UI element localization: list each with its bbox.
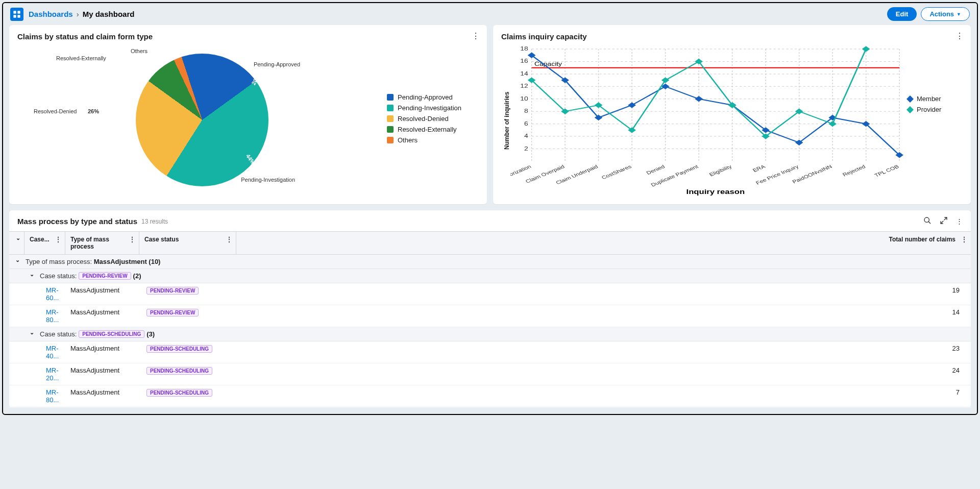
table-body[interactable]: Type of mass process: MassAdjustment (10… [9,255,971,408]
status-badge: PENDING-SCHEDULING [79,330,144,338]
svg-text:Capacity: Capacity [534,61,562,67]
pie-slice-percent: 2% [136,58,141,65]
svg-rect-38 [595,115,603,120]
legend-item: Provider [906,106,963,113]
cell-total: 19 [236,283,971,305]
cell-type: MassAdjustment [65,341,139,363]
table-row: MR-20... MassAdjustment PENDING-SCHEDULI… [9,363,971,385]
table-row: MR-80... MassAdjustment PENDING-REVIEW 1… [9,305,971,327]
svg-rect-41 [695,96,703,102]
svg-rect-57 [828,121,837,127]
group-row-status[interactable]: Case status: RESOLVED-WITHDRAWN (5) [9,407,971,408]
pie-slice-label: Resolved-Denied [34,108,77,114]
status-badge: PENDING-SCHEDULING [146,389,212,397]
status-badge: PENDING-SCHEDULING [146,345,212,353]
breadcrumb-root-link[interactable]: Dashboards [29,10,73,18]
chevron-down-icon[interactable] [15,258,22,265]
column-header-type[interactable]: Type of mass process⋮ [65,232,139,254]
legend-item: Resolved-Denied [387,115,479,123]
svg-text:18: 18 [520,46,528,52]
status-badge: PENDING-REVIEW [146,287,199,295]
svg-text:Inquiry reason: Inquiry reason [687,188,745,195]
svg-text:Rejected: Rejected [841,164,866,177]
pie-slice-label: Pending-Approved [254,61,300,67]
actions-label: Actions [929,10,954,18]
svg-rect-1 [17,11,20,13]
chevron-down-icon[interactable] [30,273,37,279]
edit-button[interactable]: Edit [887,7,917,21]
legend-item: Pending-Approved [387,93,479,101]
column-toggle[interactable] [9,232,24,254]
table-title: Mass process by type and status [17,217,137,226]
group-row-status[interactable]: Case status: PENDING-SCHEDULING (3) [9,327,971,341]
breadcrumb-separator: › [77,10,79,18]
expand-icon[interactable] [940,216,948,226]
cell-type: MassAdjustment [65,363,139,385]
pie-slice-label: Others [131,48,148,54]
status-badge: PENDING-SCHEDULING [146,367,212,375]
svg-text:ERA: ERA [751,164,767,173]
svg-point-74 [924,217,929,222]
svg-text:Eligibility: Eligibility [708,164,733,177]
legend-item: Others [387,136,479,144]
cell-total: 24 [236,363,971,385]
cell-type: MassAdjustment [65,283,139,305]
pie-slice-percent: 8% [119,66,128,75]
line-legend: Member Provider [906,44,963,197]
svg-text:14: 14 [520,71,528,77]
pie-slice-percent: 20% [250,73,261,86]
card-menu-icon[interactable]: ⋮ [955,31,964,41]
svg-rect-2 [13,15,16,17]
legend-item: Resolved-Externally [387,126,479,133]
column-header-status[interactable]: Case status⋮ [139,232,236,254]
table-row: MR-60... MassAdjustment PENDING-REVIEW 1… [9,283,971,305]
svg-text:12: 12 [520,83,528,89]
cell-type: MassAdjustment [65,305,139,327]
legend-item: Member [906,95,963,103]
card-menu-icon[interactable]: ⋮ [472,31,480,41]
svg-text:TPL COB: TPL COB [873,164,900,178]
legend-item: Pending-Investigation [387,104,479,112]
mass-process-table-card: Mass process by type and status 13 resul… [9,210,971,408]
table-row: MR-80... MassAdjustment PENDING-SCHEDULI… [9,385,971,407]
chevron-down-icon[interactable] [30,331,37,337]
y-axis-label: Number of inquiries [501,44,510,197]
status-badge: PENDING-REVIEW [146,309,199,316]
cell-total: 23 [236,341,971,363]
search-icon[interactable] [923,216,932,226]
svg-text:CostShares: CostShares [600,164,633,180]
svg-rect-58 [862,46,870,52]
svg-rect-72 [906,95,914,103]
card-title: Claims inquiry capacity [501,32,963,41]
pie-slice-label: Pending-Investigation [241,177,295,183]
svg-text:6: 6 [524,121,528,127]
card-title: Claims by status and claim form type [17,32,479,41]
case-link[interactable]: MR-60... [46,286,59,302]
group-row-type[interactable]: Type of mass process: MassAdjustment (10… [9,255,971,269]
pie-slice-percent: 26% [88,108,99,114]
case-link[interactable]: MR-20... [46,366,59,382]
case-link[interactable]: MR-80... [46,388,59,404]
column-header-case[interactable]: Case...⋮ [24,232,65,254]
group-row-status[interactable]: Case status: PENDING-REVIEW (2) [9,269,971,283]
case-link[interactable]: MR-80... [46,308,59,324]
svg-rect-3 [17,15,20,17]
pie-legend: Pending-Approved Pending-Investigation R… [387,93,479,147]
svg-rect-0 [13,11,16,13]
cell-total: 7 [236,385,971,407]
svg-text:Denied: Denied [645,164,666,176]
actions-button[interactable]: Actions ▼ [921,7,970,21]
status-badge: PENDING-REVIEW [79,272,131,280]
caret-down-icon: ▼ [957,12,961,17]
column-header-total[interactable]: Total number of claims⋮ [236,232,971,254]
table-header-row: Case...⋮ Type of mass process⋮ Case stat… [9,232,971,255]
app-icon[interactable] [10,8,23,21]
case-link[interactable]: MR-40... [46,345,59,360]
pie-slice-label: Resolved-Externally [56,55,106,61]
claims-by-status-card: Claims by status and claim form type ⋮ P… [9,25,487,204]
svg-text:10: 10 [520,96,528,102]
svg-rect-73 [906,106,914,113]
claims-inquiry-capacity-card: Claims inquiry capacity ⋮ Number of inqu… [493,25,971,204]
cell-type: MassAdjustment [65,385,139,407]
table-menu-icon[interactable]: ⋮ [956,217,963,225]
